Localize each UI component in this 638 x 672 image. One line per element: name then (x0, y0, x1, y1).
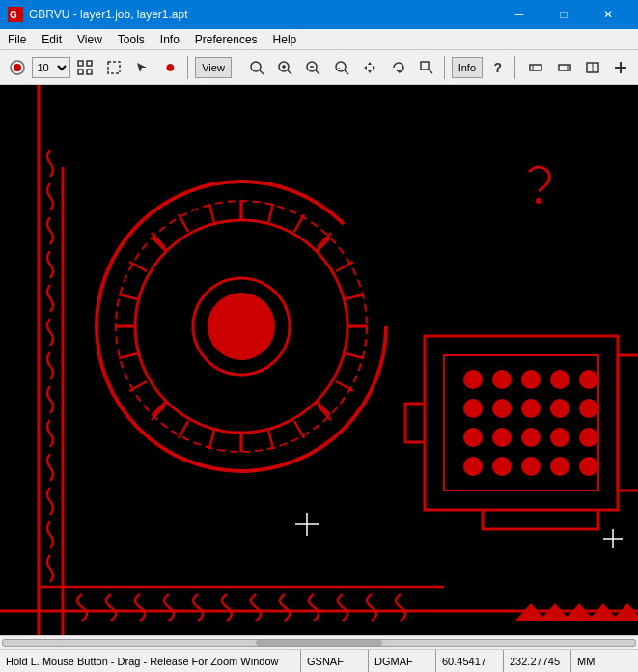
svg-point-73 (579, 428, 598, 447)
horizontal-scrollbar[interactable] (0, 635, 638, 649)
arrow-button[interactable] (128, 54, 154, 81)
svg-point-76 (521, 457, 541, 476)
svg-marker-23 (368, 70, 372, 73)
svg-text:-: - (338, 63, 341, 71)
menu-bar: File Edit View Tools Info Preferences He… (0, 29, 638, 50)
zoom-in-button[interactable] (271, 54, 297, 81)
svg-marker-9 (137, 63, 147, 72)
zoom-prev-button[interactable]: - (328, 54, 354, 81)
svg-line-20 (345, 70, 348, 74)
x-coord-cell: 60.45417 (435, 650, 503, 672)
toolbar: 10 20 30 ● View - Info ? (0, 50, 638, 85)
svg-point-55 (536, 198, 541, 204)
svg-point-62 (550, 370, 569, 389)
svg-rect-5 (87, 61, 92, 66)
svg-point-63 (579, 370, 598, 389)
svg-point-74 (463, 457, 483, 476)
title-bar: G GBRVU - layer1.job, layer1.apt ─ □ ✕ (0, 0, 638, 29)
status-bar: Hold L. Mouse Button - Drag - Release Fo… (0, 649, 638, 672)
svg-point-61 (521, 370, 541, 389)
menu-edit[interactable]: Edit (34, 29, 69, 50)
y-coordinate: 232.27745 (510, 656, 560, 667)
zoom-out-button[interactable] (300, 54, 326, 81)
svg-point-66 (521, 399, 541, 418)
svg-rect-7 (87, 70, 92, 74)
coord2-cell: DGMAF (368, 650, 435, 672)
view-button[interactable]: View (195, 57, 232, 78)
coord1-label: GSNAF (307, 656, 344, 667)
pcb-display (0, 85, 638, 635)
info-button[interactable]: Info (452, 57, 483, 78)
svg-rect-8 (108, 62, 120, 73)
svg-point-53 (208, 293, 275, 360)
refresh-button[interactable] (385, 54, 411, 81)
y-coord-cell: 232.27745 (503, 650, 570, 672)
menu-tools[interactable]: Tools (110, 29, 153, 50)
svg-point-71 (521, 428, 541, 447)
extra-btn-1[interactable] (522, 54, 548, 81)
window-controls[interactable]: ─ □ ✕ (497, 0, 630, 29)
status-message: Hold L. Mouse Button - Drag - Release Fo… (0, 656, 300, 667)
pcb-canvas-area[interactable] (0, 85, 638, 635)
extra-btn-4[interactable] (608, 54, 634, 81)
menu-preferences[interactable]: Preferences (187, 29, 265, 50)
toolbar-separator-1 (187, 56, 191, 79)
coord2-label: DGMAF (374, 656, 413, 667)
svg-point-67 (550, 399, 569, 418)
unit-cell: MM (570, 650, 638, 672)
grid-button[interactable] (72, 54, 98, 81)
unit-label: MM (577, 656, 595, 667)
layer-select[interactable]: 10 20 30 (32, 57, 69, 78)
svg-point-60 (492, 370, 512, 389)
zoom-fit-button[interactable] (243, 54, 269, 81)
window-title: GBRVU - layer1.job, layer1.apt (29, 8, 497, 21)
close-button[interactable]: ✕ (586, 0, 630, 29)
toolbar-separator-4 (514, 56, 518, 79)
svg-point-77 (550, 457, 569, 476)
coord1-cell: GSNAF (300, 650, 368, 672)
menu-view[interactable]: View (69, 29, 110, 50)
extra-btn-3[interactable] (579, 54, 605, 81)
circle-button[interactable]: ● (157, 54, 183, 81)
svg-point-70 (492, 428, 512, 447)
layer-icon (4, 54, 30, 81)
select-button[interactable] (100, 54, 126, 81)
svg-marker-22 (368, 62, 372, 65)
x-coordinate: 60.45417 (442, 656, 486, 667)
info-help-button[interactable]: ? (485, 54, 511, 81)
svg-line-28 (429, 70, 432, 73)
svg-rect-4 (78, 61, 83, 66)
svg-marker-25 (373, 66, 375, 70)
minimize-button[interactable]: ─ (497, 0, 541, 29)
svg-point-78 (579, 457, 598, 476)
svg-rect-27 (421, 62, 429, 70)
svg-point-75 (492, 457, 512, 476)
svg-text:G: G (10, 10, 17, 20)
svg-point-64 (463, 399, 483, 418)
menu-info[interactable]: Info (153, 29, 187, 50)
svg-rect-6 (78, 70, 83, 74)
svg-rect-29 (530, 65, 541, 70)
svg-line-17 (316, 70, 319, 74)
svg-marker-24 (364, 66, 367, 70)
svg-point-10 (251, 62, 261, 71)
extra-btn-2[interactable] (551, 54, 577, 81)
svg-point-72 (550, 428, 569, 447)
toolbar-separator-2 (236, 56, 239, 79)
svg-point-68 (579, 399, 598, 418)
svg-line-11 (260, 70, 264, 74)
menu-help[interactable]: Help (265, 29, 305, 50)
svg-line-13 (288, 70, 291, 74)
svg-point-65 (492, 399, 512, 418)
svg-point-3 (14, 64, 21, 71)
svg-point-69 (463, 428, 483, 447)
svg-rect-31 (559, 65, 570, 70)
svg-point-59 (463, 370, 483, 389)
zoom-window-button[interactable] (413, 54, 439, 81)
app-icon: G (8, 7, 23, 22)
menu-file[interactable]: File (0, 29, 34, 50)
maximize-button[interactable]: □ (541, 0, 586, 29)
toolbar-separator-3 (444, 56, 448, 79)
pan-button[interactable] (356, 54, 382, 81)
